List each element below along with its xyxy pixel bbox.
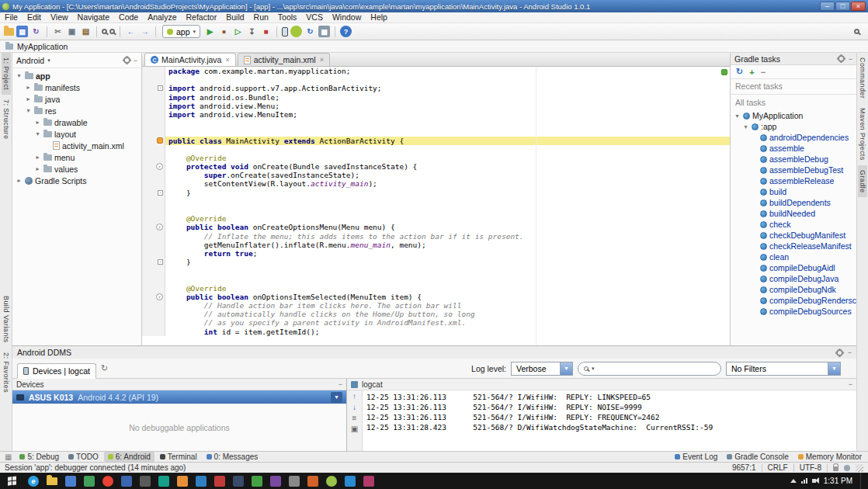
gradle-task-assembledebug[interactable]: assembleDebug xyxy=(731,154,856,165)
copy-icon[interactable]: ▣ xyxy=(66,26,78,37)
soft-wrap-icon[interactable]: ≡ xyxy=(352,414,357,422)
tool-window-switcher-icon[interactable]: ▦ xyxy=(2,453,14,461)
stop-icon[interactable]: ■ xyxy=(260,26,272,37)
file-explorer-icon[interactable] xyxy=(43,473,61,489)
restart-adb-icon[interactable]: ↻ xyxy=(101,363,108,373)
cut-icon[interactable]: ✂ xyxy=(52,26,64,37)
gradle-task-compiledebugjava[interactable]: compileDebugJava xyxy=(731,273,856,284)
stripe-maven-projects[interactable]: Maven Projects xyxy=(858,103,867,165)
minimize-icon[interactable]: − xyxy=(339,380,342,388)
android-studio-icon[interactable] xyxy=(322,473,341,489)
project-item-gradle-scripts[interactable]: ▸Gradle Scripts xyxy=(12,175,141,186)
menu-analyze[interactable]: Analyze xyxy=(143,12,181,23)
run-icon[interactable]: ▶ xyxy=(204,26,216,37)
tab-activity-main-xml[interactable]: activity_main.xml× xyxy=(238,53,330,66)
tab-devices-logcat[interactable]: Devices | logcat xyxy=(17,363,96,379)
project-item-menu[interactable]: ▸menu xyxy=(12,151,141,163)
project-structure-icon[interactable]: ▦ xyxy=(318,26,330,37)
taskbar-app-icon[interactable] xyxy=(192,473,210,489)
project-item-activity-main-xml[interactable]: activity_main.xml xyxy=(12,140,141,151)
code-editor[interactable]: package com.example.martan.myapplication… xyxy=(142,67,730,345)
refresh-icon[interactable]: ↻ xyxy=(736,67,743,77)
encoding-indicator[interactable]: UTF-8 xyxy=(800,463,821,472)
project-view-selector[interactable]: Android xyxy=(16,56,44,65)
gradle-task-checkdebugmanifest[interactable]: checkDebugManifest xyxy=(731,230,856,241)
project-item-app[interactable]: ▾app xyxy=(12,70,141,82)
stripe-7-structure[interactable]: 7: Structure xyxy=(2,95,11,144)
toolwindow-button-memory-monitor[interactable]: Memory Monitor xyxy=(794,452,866,462)
taskbar-app-icon[interactable] xyxy=(341,473,359,489)
project-item-res[interactable]: ▾res xyxy=(12,105,141,116)
menu-view[interactable]: View xyxy=(46,12,73,23)
attach-debugger-icon[interactable]: ↧ xyxy=(246,26,258,37)
maximize-button[interactable]: □ xyxy=(835,2,850,11)
toolwindow-button-6-android[interactable]: 6: Android xyxy=(104,452,155,462)
taskbar-app-icon[interactable] xyxy=(155,473,173,489)
gradle-task-builddependents[interactable]: buildDependents xyxy=(731,197,856,208)
scroll-to-bottom-icon[interactable]: ↓ xyxy=(352,404,356,411)
gradle-task-checkreleasemanifest[interactable]: checkReleaseManifest xyxy=(731,241,856,251)
taskbar-app-icon[interactable] xyxy=(61,473,80,489)
taskbar-app-icon[interactable] xyxy=(117,473,136,489)
tab-mainactivity-java[interactable]: CMainActivity.java× xyxy=(144,53,236,66)
gradle-task-assembledebugtest[interactable]: assembleDebugTest xyxy=(731,165,856,175)
stripe-commander[interactable]: Commander xyxy=(858,53,867,103)
sync-icon[interactable]: ↻ xyxy=(30,26,42,37)
line-ending-indicator[interactable]: CRLF xyxy=(768,463,788,472)
gradle-node-myapplication[interactable]: ▾MyApplication xyxy=(731,110,856,121)
remove-task-icon[interactable]: − xyxy=(761,68,766,77)
chevron-down-icon[interactable]: ▼ xyxy=(331,392,342,403)
tray-expand-icon[interactable] xyxy=(790,479,797,483)
run-config-combo[interactable]: app▾ xyxy=(162,25,200,38)
toolwindow-button-todo[interactable]: TODO xyxy=(64,452,102,462)
minimize-icon[interactable]: − xyxy=(849,380,852,388)
menu-run[interactable]: Run xyxy=(249,12,273,23)
gradle-task-compiledebugndk[interactable]: compileDebugNdk xyxy=(731,284,856,295)
hide-panel-icon[interactable]: − xyxy=(849,55,852,63)
gradle-task-compiledebugaidl[interactable]: compileDebugAidl xyxy=(731,262,856,273)
menu-window[interactable]: Window xyxy=(328,12,366,23)
add-task-icon[interactable]: + xyxy=(749,68,754,77)
taskbar-app-icon[interactable] xyxy=(266,473,285,489)
breadcrumb[interactable]: MyApplication xyxy=(17,42,68,51)
gradle-sync-icon[interactable]: ↻ xyxy=(304,26,316,37)
gear-icon[interactable] xyxy=(123,57,130,64)
gradle-task-compiledebugrenderscript[interactable]: compileDebugRenderscript xyxy=(731,295,856,306)
taskbar-app-icon[interactable] xyxy=(210,473,229,489)
scroll-to-top-icon[interactable]: ↑ xyxy=(352,393,356,401)
gradle-task-clean[interactable]: clean xyxy=(731,251,856,262)
project-item-layout[interactable]: ▾layout xyxy=(12,128,141,140)
replace-icon[interactable] xyxy=(109,29,115,34)
toolwindow-button-terminal[interactable]: Terminal xyxy=(156,452,201,462)
toolwindow-button-event-log[interactable]: Event Log xyxy=(671,452,721,462)
stripe-build-variants[interactable]: Build Variants xyxy=(2,291,11,347)
taskbar-app-icon[interactable] xyxy=(285,473,304,489)
gradle-node-app[interactable]: ▾:app xyxy=(731,121,856,132)
menu-build[interactable]: Build xyxy=(221,12,248,23)
taskbar-app-icon[interactable] xyxy=(304,473,322,489)
paste-icon[interactable]: ▤ xyxy=(80,26,92,37)
minimize-button[interactable]: – xyxy=(820,2,835,11)
gradle-task-buildneeded[interactable]: buildNeeded xyxy=(731,208,856,219)
toolwindow-button-5-debug[interactable]: 5: Debug xyxy=(16,452,63,462)
menu-refactor[interactable]: Refactor xyxy=(182,12,222,23)
fold-marker[interactable] xyxy=(158,259,163,265)
network-icon[interactable] xyxy=(801,478,807,484)
sdk-manager-icon[interactable] xyxy=(290,26,302,37)
taskbar-app-icon[interactable] xyxy=(173,473,192,489)
internet-explorer-icon[interactable]: e xyxy=(24,473,43,489)
gradle-task-androiddependencies[interactable]: androidDependencies xyxy=(731,132,856,143)
search-everywhere[interactable] xyxy=(854,29,864,34)
gear-icon[interactable] xyxy=(836,349,843,356)
lock-icon[interactable] xyxy=(833,466,838,471)
logcat-filter-select[interactable]: No Filters ▼ xyxy=(726,362,841,376)
start-button[interactable] xyxy=(2,473,23,489)
device-row[interactable]: ASUS K013 Android 4.4.2 (API 19) ▼ xyxy=(12,390,346,404)
hide-panel-icon[interactable]: − xyxy=(134,57,137,64)
logcat-output[interactable]: 12-25 13:31:26.113 521-564/? I/WifiHW: R… xyxy=(363,390,856,451)
log-level-select[interactable]: Verbose ▼ xyxy=(511,362,573,376)
debug-icon[interactable]: ● xyxy=(218,26,230,37)
project-item-java[interactable]: ▸java xyxy=(12,93,141,105)
menu-edit[interactable]: Edit xyxy=(23,12,46,23)
taskbar-app-icon[interactable] xyxy=(229,473,248,489)
